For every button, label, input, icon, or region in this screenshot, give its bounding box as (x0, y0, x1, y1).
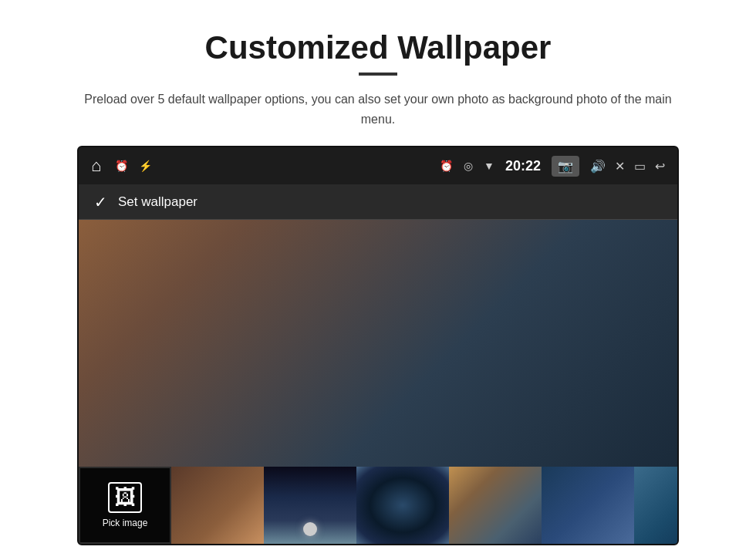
volume-icon[interactable]: 🔊 (590, 159, 606, 174)
status-bar-left: ⌂ ⏰ ⚡ (91, 156, 152, 176)
wallpaper-thumb-7[interactable] (634, 467, 677, 544)
pick-image-label: Pick image (103, 518, 148, 528)
set-wallpaper-label: Set wallpaper (118, 194, 197, 210)
back-icon[interactable]: ↩ (655, 159, 665, 174)
alarm-right-icon: ⏰ (440, 160, 453, 172)
status-icons-left: ⏰ ⚡ (115, 160, 152, 172)
usb-icon: ⚡ (139, 160, 152, 172)
wallpaper-thumb-4[interactable] (356, 467, 449, 544)
window-icon[interactable]: ▭ (634, 159, 646, 174)
location-icon: ◎ (464, 160, 473, 172)
close-icon[interactable]: ✕ (615, 159, 625, 174)
alarm-icon: ⏰ (115, 160, 128, 172)
page-title: Customized Wallpaper (205, 29, 552, 66)
wallpaper-thumb-2[interactable] (171, 467, 264, 544)
status-icons-right: ⏰ ◎ ▼ (440, 160, 494, 172)
device-frame: ⌂ ⏰ ⚡ ⏰ ◎ ▼ 20:22 📷 🔊 ✕ ▭ ↩ ✓ Set wallp (77, 146, 679, 545)
time-display: 20:22 (505, 158, 541, 174)
page-subtitle: Preload over 5 default wallpaper options… (77, 89, 679, 129)
wallpaper-thumb-3[interactable] (264, 467, 356, 544)
check-icon: ✓ (94, 193, 107, 211)
wallpaper-preview (79, 220, 677, 467)
pick-image-icon: 🖼 (108, 482, 142, 513)
status-action-icons: 🔊 ✕ ▭ ↩ (590, 159, 665, 174)
status-bar: ⌂ ⏰ ⚡ ⏰ ◎ ▼ 20:22 📷 🔊 ✕ ▭ ↩ (79, 147, 677, 184)
title-divider (359, 73, 397, 76)
home-icon[interactable]: ⌂ (91, 156, 101, 176)
status-bar-right: ⏰ ◎ ▼ 20:22 📷 🔊 ✕ ▭ ↩ (440, 156, 665, 177)
wallpaper-thumb-6[interactable] (542, 467, 634, 544)
thumbnail-strip: 🖼 Pick image (79, 467, 677, 544)
wifi-icon: ▼ (484, 160, 494, 172)
camera-button[interactable]: 📷 (552, 156, 579, 177)
pick-image-thumb[interactable]: 🖼 Pick image (79, 467, 171, 544)
wallpaper-thumb-5[interactable] (449, 467, 542, 544)
wallpaper-bar: ✓ Set wallpaper (79, 184, 677, 220)
